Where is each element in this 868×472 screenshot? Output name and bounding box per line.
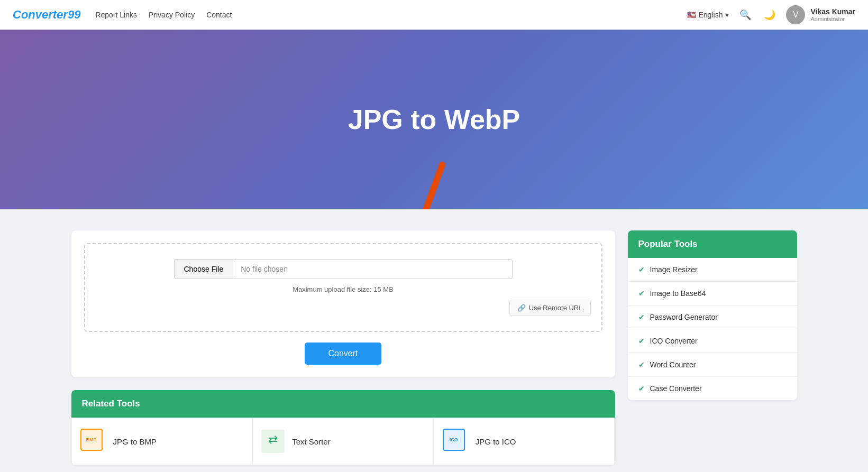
choose-file-button[interactable]: Choose File [174,259,233,279]
popular-tool-image-to-base64[interactable]: ✔ Image to Base64 [628,282,797,306]
logo-text: Converter [13,8,68,21]
popular-tools-header: Popular Tools [628,230,797,258]
popular-tool-word-counter[interactable]: ✔ Word Counter [628,353,797,377]
related-tool-jpg-to-ico[interactable]: ICO JPG to ICO [434,418,615,465]
svg-line-0 [421,165,442,209]
related-tool-jpg-to-bmp[interactable]: BMP JPG to BMP [71,418,253,465]
check-icon: ✔ [638,289,645,298]
logo-num: 99 [68,8,80,21]
nav-report-links[interactable]: Report Links [95,11,137,19]
navbar-right: 🇺🇸 English ▾ 🔍 🌙 V Vikas Kumar Administr… [687,5,856,24]
popular-tool-label: Password Generator [650,313,718,321]
language-label: English [699,11,723,19]
navbar-left: Converter99 Report Links Privacy Policy … [13,8,232,22]
related-tools-header: Related Tools [71,390,615,418]
bmp-icon: BMP [80,429,106,454]
hero-section: JPG to WebP [0,30,868,209]
popular-tools-card: Popular Tools ✔ Image Resizer ✔ Image to… [628,230,797,400]
navbar: Converter99 Report Links Privacy Policy … [0,0,868,30]
upload-card: Choose File No file chosen Maximum uploa… [71,230,615,377]
popular-tool-case-converter[interactable]: ✔ Case Converter [628,377,797,400]
tool-name-jpg-ico: JPG to ICO [476,437,516,446]
check-icon: ✔ [638,313,645,321]
link-icon: 🔗 [517,304,526,312]
file-input-row: Choose File No file chosen [174,259,513,279]
related-tool-text-sorter[interactable]: ⇄ Text Sorter [252,418,434,465]
related-tools-section: Related Tools BMP JPG to BMP [71,390,615,465]
popular-tool-password-generator[interactable]: ✔ Password Generator [628,306,797,329]
popular-tool-label: Image to Base64 [650,289,706,298]
upload-dropzone[interactable]: Choose File No file chosen Maximum uploa… [84,243,602,332]
user-name: Vikas Kumar [810,7,855,16]
popular-tool-label: Image Resizer [650,265,698,274]
remote-url-label: Use Remote URL [529,304,583,312]
sorter-icon: ⇄ [261,430,285,453]
dark-mode-toggle[interactable]: 🌙 [762,7,778,23]
popular-tool-image-resizer[interactable]: ✔ Image Resizer [628,258,797,282]
main-content: Choose File No file chosen Maximum uploa… [71,230,615,465]
related-tools-grid: BMP JPG to BMP ⇄ Text Sorter [71,418,615,465]
navbar-links: Report Links Privacy Policy Contact [95,11,232,19]
avatar: V [786,5,805,24]
sidebar: Popular Tools ✔ Image Resizer ✔ Image to… [628,230,797,465]
nav-privacy-policy[interactable]: Privacy Policy [149,11,195,19]
remote-url-button[interactable]: 🔗 Use Remote URL [509,300,591,316]
ico-icon: ICO [443,429,468,454]
site-logo[interactable]: Converter99 [13,8,80,22]
popular-tool-label: ICO Converter [650,337,698,345]
chevron-down-icon: ▾ [725,11,729,19]
file-name-display: No file chosen [233,259,512,279]
convert-button[interactable]: Convert [305,343,381,365]
popular-tool-label: Word Counter [650,360,696,369]
check-icon: ✔ [638,384,645,393]
search-button[interactable]: 🔍 [737,7,753,23]
arrow-indicator [410,160,458,209]
user-role: Administrator [810,16,855,22]
popular-tool-ico-converter[interactable]: ✔ ICO Converter [628,329,797,353]
check-icon: ✔ [638,265,645,274]
language-selector[interactable]: 🇺🇸 English ▾ [687,11,729,19]
svg-text:⇄: ⇄ [268,433,278,446]
tool-name-jpg-bmp: JPG to BMP [113,437,157,446]
popular-tools-list: ✔ Image Resizer ✔ Image to Base64 ✔ Pass… [628,258,797,400]
check-icon: ✔ [638,360,645,369]
user-info: Vikas Kumar Administrator [810,7,855,22]
tool-name-text-sorter: Text Sorter [292,437,331,446]
main-layout: Choose File No file chosen Maximum uploa… [59,209,810,472]
popular-tool-label: Case Converter [650,384,702,393]
upload-max-size: Maximum upload file size: 15 MB [293,285,394,293]
check-icon: ✔ [638,337,645,345]
user-area: V Vikas Kumar Administrator [786,5,855,24]
flag-icon: 🇺🇸 [687,11,696,19]
nav-contact[interactable]: Contact [206,11,232,19]
page-title: JPG to WebP [348,104,520,135]
